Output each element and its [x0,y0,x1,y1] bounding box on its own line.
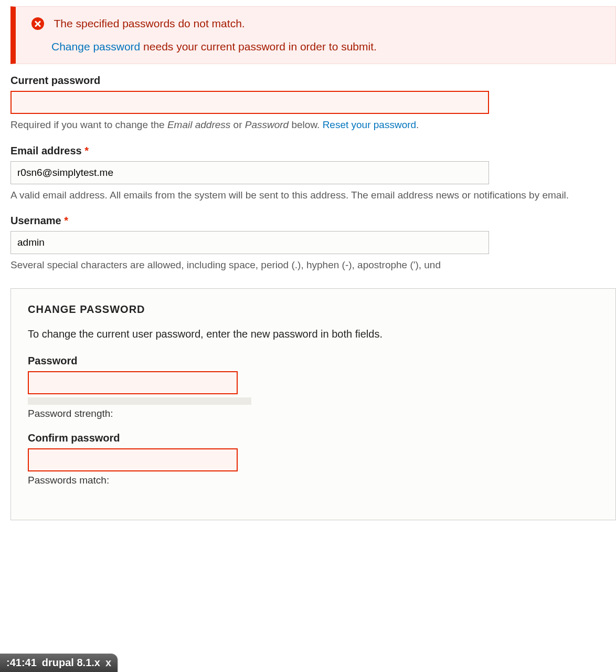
change-password-fieldset: CHANGE PASSWORD To change the current us… [10,288,616,520]
current-password-label: Current password [10,75,616,87]
change-password-desc: To change the current user password, ent… [28,328,599,340]
change-password-legend: CHANGE PASSWORD [28,303,599,316]
error-detail: Change password needs your current passw… [51,40,605,53]
error-detail-text: needs your current password in order to … [140,40,377,52]
password-strength-bar [28,397,251,405]
password-input[interactable] [28,371,238,394]
reset-password-link[interactable]: Reset your password [323,119,416,130]
email-input[interactable] [10,161,489,184]
confirm-password-input[interactable] [28,448,238,471]
change-password-link[interactable]: Change password [51,40,140,52]
username-label: Username * [10,215,616,227]
passwords-match-label: Passwords match: [28,475,599,486]
password-strength-label: Password strength: [28,408,599,419]
username-input[interactable] [10,231,489,254]
email-help: A valid email address. All emails from t… [10,188,616,203]
current-password-input[interactable] [10,91,489,114]
error-banner: The specified passwords do not match. Ch… [10,6,616,64]
password-label: Password [28,355,599,367]
current-password-help: Required if you want to change the Email… [10,118,616,132]
error-message: The specified passwords do not match. [54,17,245,29]
required-marker: * [64,215,68,226]
username-help: Several special characters are allowed, … [10,258,616,272]
error-icon [31,17,44,30]
email-label: Email address * [10,145,616,157]
confirm-password-label: Confirm password [28,432,599,444]
required-marker: * [84,145,89,156]
